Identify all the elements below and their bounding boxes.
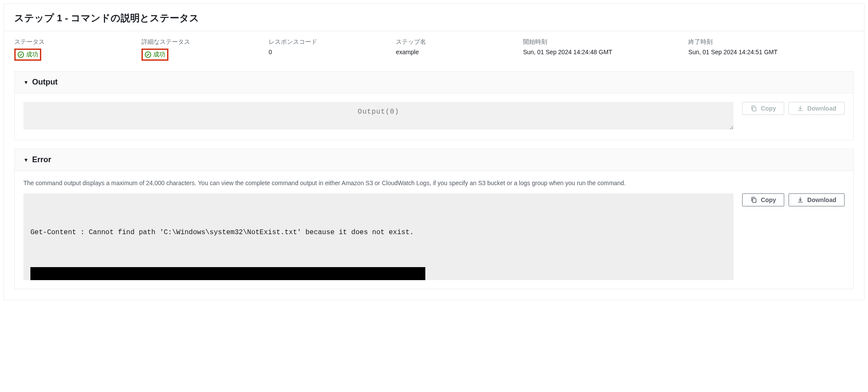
error-help-text: The command output displays a maximum of… — [23, 180, 845, 186]
detailed-status-value: 成功 — [153, 51, 165, 59]
step-panel: ステップ 1 - コマンドの説明とステータス ステータス 成功 詳細なステータス — [3, 3, 865, 300]
copy-output-button[interactable]: Copy — [742, 102, 784, 115]
end-time-value: Sun, 01 Sep 2024 14:24:51 GMT — [688, 49, 854, 56]
redacted-block — [30, 267, 425, 280]
caret-down-icon: ▼ — [23, 157, 29, 163]
output-title: Output — [32, 78, 58, 87]
summary-detailed-status: 詳細なステータス 成功 — [141, 38, 269, 61]
error-line-1: Get-Content : Cannot find path 'C:\Windo… — [30, 226, 727, 239]
step-name-value: example — [396, 49, 523, 56]
download-icon — [797, 105, 804, 112]
detailed-status-highlight: 成功 — [141, 49, 168, 61]
copy-error-button[interactable]: Copy — [742, 193, 784, 206]
start-time-label: 開始時刻 — [523, 38, 688, 46]
check-circle-icon — [17, 51, 24, 58]
check-circle-icon — [145, 51, 151, 58]
error-textarea[interactable]: Get-Content : Cannot find path 'C:\Windo… — [23, 193, 733, 280]
summary-end-time: 終了時刻 Sun, 01 Sep 2024 14:24:51 GMT — [688, 38, 854, 61]
summary-step-name: ステップ名 example — [396, 38, 523, 61]
summary-response-code: レスポンスコード 0 — [269, 38, 396, 61]
response-code-value: 0 — [269, 49, 396, 56]
copy-icon — [750, 196, 757, 203]
download-output-button[interactable]: Download — [789, 102, 845, 115]
download-error-button[interactable]: Download — [789, 193, 845, 206]
summary-status: ステータス 成功 — [14, 38, 141, 61]
step-name-label: ステップ名 — [396, 38, 523, 46]
summary-start-time: 開始時刻 Sun, 01 Sep 2024 14:24:48 GMT — [523, 38, 688, 61]
error-section: ▼ Error The command output displays a ma… — [14, 149, 854, 289]
download-output-label: Download — [807, 105, 836, 112]
caret-down-icon: ▼ — [23, 79, 29, 85]
download-icon — [797, 196, 804, 203]
page-title: ステップ 1 - コマンドの説明とステータス — [4, 4, 864, 31]
status-badge: 成功 — [17, 51, 38, 59]
output-toggle[interactable]: ▼ Output — [15, 72, 853, 93]
copy-output-label: Copy — [761, 105, 776, 112]
end-time-label: 終了時刻 — [688, 38, 854, 46]
download-error-label: Download — [807, 196, 836, 203]
copy-icon — [750, 105, 757, 112]
summary-row: ステータス 成功 詳細なステータス 成功 — [4, 31, 864, 71]
copy-error-label: Copy — [761, 196, 776, 203]
detailed-status-badge: 成功 — [145, 51, 165, 59]
response-code-label: レスポンスコード — [269, 38, 396, 46]
status-highlight: 成功 — [14, 49, 41, 61]
svg-rect-2 — [753, 107, 756, 111]
svg-rect-3 — [753, 199, 756, 203]
status-label: ステータス — [14, 38, 141, 46]
output-textarea[interactable] — [23, 102, 733, 130]
output-section: ▼ Output Copy Download — [14, 71, 854, 140]
start-time-value: Sun, 01 Sep 2024 14:24:48 GMT — [523, 49, 688, 56]
detailed-status-label: 詳細なステータス — [141, 38, 269, 46]
error-title: Error — [32, 155, 51, 164]
status-value: 成功 — [26, 51, 38, 59]
error-toggle[interactable]: ▼ Error — [15, 149, 853, 171]
